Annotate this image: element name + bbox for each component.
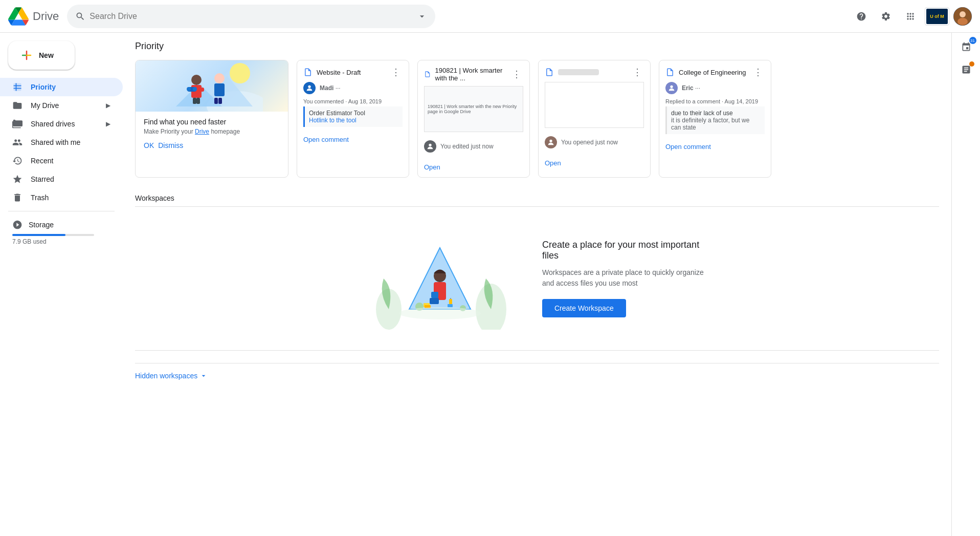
search-icon	[75, 11, 85, 22]
svg-rect-21	[214, 83, 225, 96]
search-dropdown-icon[interactable]	[417, 11, 427, 22]
right-sidebar: 31	[951, 33, 980, 536]
doc-card-3-action: Open	[539, 155, 650, 173]
doc-card-4-action-link[interactable]: Open comment	[665, 143, 711, 151]
promo-ok-button[interactable]: OK	[144, 141, 154, 149]
new-plus-icon	[20, 49, 33, 61]
promo-card-body: Find what you need faster Make Priority …	[136, 112, 288, 156]
sidebar-item-shared-drives-label: Shared drives	[31, 120, 75, 128]
sidebar-item-shared-drives[interactable]: Shared drives ▶	[0, 115, 123, 133]
doc-card-2-action-link[interactable]: Open	[424, 163, 440, 171]
my-drive-expand-icon: ▶	[106, 102, 110, 109]
doc-card-1-action-link[interactable]: Open comment	[303, 136, 349, 143]
svg-rect-23	[218, 98, 222, 104]
doc-card-4-name: College of Engineering	[679, 69, 746, 76]
svg-rect-14	[198, 88, 204, 92]
doc-card-1-user-text: Madi ···	[320, 84, 341, 92]
doc-card-4-comment-line2: it is definitely a factor, but we can st…	[671, 117, 761, 131]
sidebar-item-starred-label: Starred	[31, 175, 54, 183]
tasks-badge	[969, 61, 974, 67]
new-button[interactable]: New	[8, 41, 75, 70]
sidebar-item-trash-label: Trash	[31, 194, 49, 202]
doc-card-2-more-button[interactable]: ⋮	[510, 69, 523, 80]
doc-card-4: College of Engineering ⋮ Eric ··· Replie…	[659, 60, 771, 178]
sidebar-item-trash[interactable]: Trash	[0, 188, 123, 207]
doc-card-1-name: Website - Draft	[317, 69, 361, 76]
app-header: Drive U of M	[0, 0, 980, 33]
user-avatar[interactable]	[953, 7, 972, 26]
doc-card-3-preview	[545, 82, 644, 128]
search-bar[interactable]	[67, 5, 435, 28]
doc-card-1-comment-label: Order Estimator Tool	[309, 110, 398, 117]
workspace-cta: Create a place for your most important f…	[542, 240, 706, 317]
svg-point-43	[399, 307, 481, 319]
sidebar-item-my-drive[interactable]: My Drive ▶	[0, 96, 123, 115]
doc-card-4-title-row: College of Engineering	[665, 68, 746, 77]
doc-card-3-open-row: You opened just now	[539, 132, 650, 155]
doc-card-1-action-text: You commented · Aug 18, 2019	[297, 98, 409, 106]
sidebar-item-starred[interactable]: Starred	[0, 170, 123, 188]
logo-text: Drive	[33, 10, 59, 23]
doc-card-1-title-row: Website - Draft	[303, 68, 361, 77]
workspace-illustration	[368, 227, 511, 330]
priority-icon	[12, 82, 23, 92]
doc-card-3-header: ⋮	[539, 60, 650, 82]
promo-illustration	[161, 60, 263, 112]
page-title: Priority	[135, 41, 939, 52]
sidebar-item-my-drive-label: My Drive	[31, 101, 59, 110]
university-badge[interactable]: U of M	[925, 7, 949, 26]
doc-card-2-name: 190821 | Work smarter with the ...	[435, 67, 510, 82]
svg-rect-22	[214, 98, 218, 104]
doc-card-1: Website - Draft ⋮ Madi ··· You commented…	[297, 60, 409, 178]
doc-card-3-title-row	[545, 68, 599, 77]
doc-card-4-comment: due to their lack of use it is definitel…	[665, 106, 765, 134]
doc-card-4-user-text: Eric ···	[682, 84, 700, 92]
trash-icon	[12, 192, 23, 203]
hidden-workspaces-button[interactable]: Hidden workspaces	[135, 372, 208, 380]
sidebar-item-priority[interactable]: Priority	[0, 78, 123, 96]
sidebar-item-shared-with-me[interactable]: Shared with me	[0, 133, 123, 152]
sidebar-item-recent[interactable]: Recent	[0, 152, 123, 170]
doc-card-4-more-button[interactable]: ⋮	[751, 67, 765, 78]
calendar-button[interactable]: 31	[956, 37, 976, 57]
workspaces-section-title: Workspaces	[135, 194, 939, 207]
settings-button[interactable]	[876, 6, 896, 27]
doc-card-1-user: Madi ···	[297, 82, 409, 96]
workspace-empty-state: Create a place for your most important f…	[135, 207, 939, 350]
storage-item[interactable]: Storage	[12, 220, 110, 230]
promo-card-subtitle: Make Priority your Drive homepage	[144, 128, 280, 135]
doc-card-4-header: College of Engineering ⋮	[659, 60, 771, 82]
starred-icon	[12, 174, 23, 184]
tasks-button[interactable]	[956, 59, 976, 80]
calendar-icon	[961, 42, 971, 52]
svg-point-1	[960, 11, 966, 17]
svg-rect-40	[431, 292, 438, 298]
doc-card-1-more-button[interactable]: ⋮	[389, 67, 403, 78]
svg-rect-6	[14, 83, 21, 91]
search-input[interactable]	[90, 12, 413, 21]
storage-bar	[12, 234, 94, 236]
promo-card-image	[136, 60, 288, 112]
doc-card-3-open-text: You opened just now	[561, 139, 644, 146]
shared-drives-icon	[12, 119, 23, 129]
hidden-workspaces-section: Hidden workspaces	[135, 363, 939, 380]
doc-card-2-title-row: 190821 | Work smarter with the ...	[424, 67, 510, 82]
doc-card-3-name	[558, 69, 599, 75]
doc-card-3-open-avatar	[545, 136, 557, 148]
doc-card-3: ⋮ You opened just now Open	[538, 60, 651, 178]
promo-dismiss-button[interactable]: Dismiss	[158, 141, 183, 149]
sidebar-item-priority-label: Priority	[31, 83, 56, 91]
help-button[interactable]	[851, 6, 872, 27]
svg-point-20	[214, 73, 225, 83]
create-workspace-button[interactable]: Create Workspace	[542, 299, 626, 317]
doc-card-3-more-button[interactable]: ⋮	[631, 67, 644, 78]
svg-point-25	[429, 144, 431, 146]
svg-point-18	[187, 87, 191, 91]
doc-card-1-action: Open comment	[297, 131, 409, 149]
doc-card-4-comment-line1: due to their lack of use	[671, 110, 761, 117]
apps-button[interactable]	[900, 6, 921, 27]
logo[interactable]: Drive	[8, 7, 59, 26]
doc-card-2-open-row: You edited just now	[418, 136, 529, 159]
doc-card-3-action-link[interactable]: Open	[545, 159, 561, 167]
drive-link[interactable]: Drive	[195, 128, 209, 135]
